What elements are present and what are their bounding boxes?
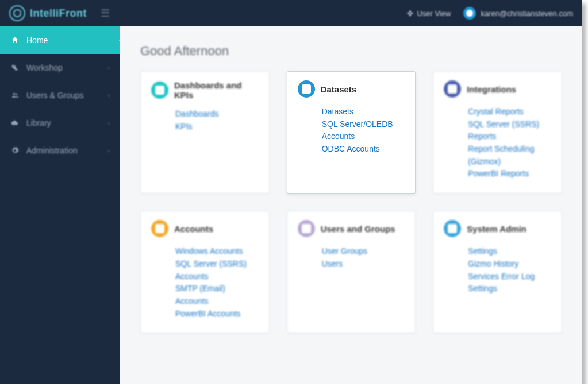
card-header: Accounts xyxy=(151,220,259,237)
card-link[interactable]: Dashboards xyxy=(175,108,259,121)
card-link[interactable]: Report Scheduling (Gizmox) xyxy=(468,143,551,168)
sidebar-item-administration[interactable]: Administration ‹ xyxy=(0,137,120,164)
card-integrations: IntegrationsCrystal ReportsSQL Server (S… xyxy=(433,71,562,194)
card-link[interactable]: SQL Server (SSRS) Reports xyxy=(468,118,551,143)
sidebar: Home Workshop ‹ Users & Groups ‹ Library… xyxy=(0,26,120,384)
home-icon xyxy=(10,36,20,45)
card-link[interactable]: PowerBI Accounts xyxy=(175,308,259,321)
sidebar-item-label: Administration xyxy=(26,146,78,155)
card-link[interactable]: Settings xyxy=(468,283,551,295)
card-link[interactable]: Settings xyxy=(468,245,551,258)
main-content: Good Afternoon Dashboards and KPIsDashbo… xyxy=(120,26,582,384)
card-link[interactable]: Users xyxy=(322,258,405,271)
user-view-label: User View xyxy=(417,9,451,18)
card-links: SettingsGizmo HistoryServices Error LogS… xyxy=(444,245,551,295)
chevron-left-icon: ‹ xyxy=(108,120,110,126)
card-link[interactable]: KPIs xyxy=(175,121,259,133)
card-title: Users and Groups xyxy=(321,224,395,234)
card-links: Crystal ReportsSQL Server (SSRS) Reports… xyxy=(444,106,551,180)
card-link[interactable]: Gizmo History xyxy=(468,258,551,271)
card-accounts: AccountsWindows AccountsSQL Server (SSRS… xyxy=(140,211,270,333)
sidebar-item-label: Workshop xyxy=(26,63,63,72)
menu-toggle-icon[interactable]: ☰ xyxy=(101,7,110,20)
card-header: Dashboards and KPIs xyxy=(151,80,259,100)
card-system-admin: System AdminSettingsGizmo HistoryService… xyxy=(433,211,562,333)
card-header: Integrations xyxy=(444,80,551,98)
sidebar-item-label: Users & Groups xyxy=(26,91,84,100)
card-link[interactable]: Crystal Reports xyxy=(468,106,551,118)
card-link[interactable]: SQL Server/OLEDB Accounts xyxy=(322,118,405,143)
card-icon xyxy=(151,220,168,237)
card-link[interactable]: User Groups xyxy=(322,245,405,258)
svg-point-1 xyxy=(16,94,17,95)
card-links: User GroupsUsers xyxy=(298,245,405,270)
card-links: DatasetsSQL Server/OLEDB AccountsODBC Ac… xyxy=(298,106,405,156)
card-links: DashboardsKPIs xyxy=(151,108,259,133)
chevron-left-icon: ‹ xyxy=(108,92,110,99)
card-title: Datasets xyxy=(321,84,357,94)
card-link[interactable]: ODBC Accounts xyxy=(322,143,405,156)
header: IntelliFront ☰ ✜ User View karen@christi… xyxy=(0,0,582,26)
card-title: Integrations xyxy=(467,84,516,94)
user-view-toggle[interactable]: ✜ User View xyxy=(407,9,451,18)
chevron-left-icon: ‹ xyxy=(108,65,110,71)
card-dashboards-and-kpis: Dashboards and KPIsDashboardsKPIs xyxy=(140,71,270,194)
users-icon xyxy=(10,91,20,100)
card-links: Windows AccountsSQL Server (SSRS) Accoun… xyxy=(151,245,259,320)
card-icon xyxy=(298,220,315,237)
card-icon xyxy=(151,82,168,99)
card-link[interactable]: Windows Accounts xyxy=(175,245,259,258)
user-email: karen@christiansteven.com xyxy=(481,9,573,18)
avatar-icon xyxy=(463,7,476,20)
card-link[interactable]: Datasets xyxy=(322,106,405,118)
card-link[interactable]: Services Error Log xyxy=(468,271,551,283)
sidebar-item-home[interactable]: Home xyxy=(0,26,120,54)
card-link[interactable]: SQL Server (SSRS) Accounts xyxy=(175,258,259,283)
sidebar-item-library[interactable]: Library ‹ xyxy=(0,109,120,137)
page-greeting: Good Afternoon xyxy=(140,44,562,59)
card-header: Datasets xyxy=(298,80,405,98)
card-title: System Admin xyxy=(467,224,526,234)
sidebar-item-users-groups[interactable]: Users & Groups ‹ xyxy=(0,82,120,109)
svg-point-0 xyxy=(13,93,16,95)
card-link[interactable]: SMTP (Email) Accounts xyxy=(175,283,259,307)
gear-icon xyxy=(10,146,20,155)
chevron-left-icon: ‹ xyxy=(108,148,110,154)
crosshair-icon: ✜ xyxy=(407,9,413,18)
sidebar-item-label: Home xyxy=(26,36,48,45)
card-icon xyxy=(444,80,461,98)
logo-icon xyxy=(9,5,25,21)
card-datasets: DatasetsDatasetsSQL Server/OLEDB Account… xyxy=(287,71,416,194)
card-link[interactable]: PowerBI Reports xyxy=(468,168,551,180)
card-icon xyxy=(444,220,461,237)
card-icon xyxy=(298,80,315,98)
card-users-and-groups: Users and GroupsUser GroupsUsers xyxy=(287,211,416,333)
cloud-icon xyxy=(10,118,20,128)
sidebar-item-label: Library xyxy=(26,118,51,128)
card-header: Users and Groups xyxy=(298,220,405,237)
user-account[interactable]: karen@christiansteven.com xyxy=(463,7,573,20)
cards-grid: Dashboards and KPIsDashboardsKPIsDataset… xyxy=(140,71,562,333)
card-title: Dashboards and KPIs xyxy=(174,80,259,100)
card-header: System Admin xyxy=(444,220,551,237)
card-title: Accounts xyxy=(174,224,213,234)
sidebar-item-workshop[interactable]: Workshop ‹ xyxy=(0,54,120,82)
logo-text: IntelliFront xyxy=(30,7,87,20)
wrench-icon xyxy=(10,63,20,72)
logo[interactable]: IntelliFront xyxy=(9,5,87,21)
